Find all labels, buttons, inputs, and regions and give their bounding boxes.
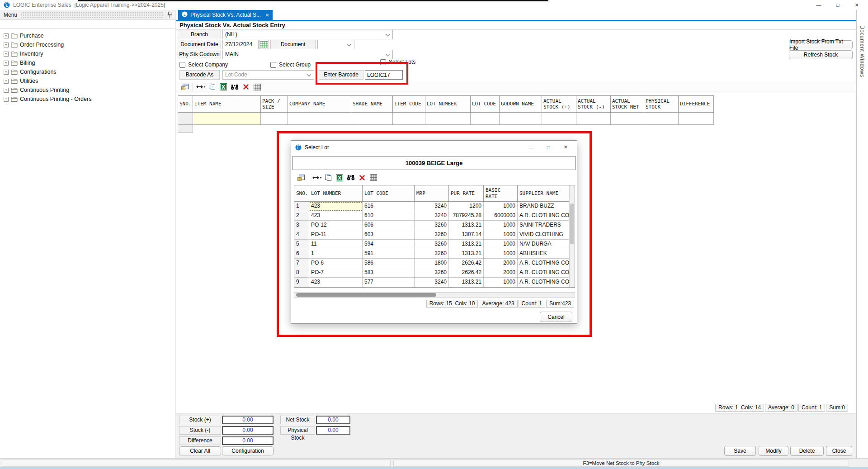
lot-row[interactable]: 51159432601313.211000NAV DURGA <box>294 240 575 249</box>
enter-barcode-input[interactable] <box>365 70 403 80</box>
grid-options-icon[interactable] <box>251 82 263 92</box>
find-icon[interactable] <box>345 173 356 183</box>
sidebar-item-utilities[interactable]: +Utilities <box>0 76 175 85</box>
copy-icon[interactable] <box>322 173 334 183</box>
expand-icon[interactable]: + <box>4 33 9 38</box>
lot-row[interactable]: 6159132601313.211000ABHISHEK <box>294 249 575 259</box>
lot-row[interactable]: 3PO-1260632601313.211000SAINI TRADERS <box>294 221 575 230</box>
column-header[interactable]: SHADE NAME <box>351 95 393 113</box>
expand-icon[interactable]: + <box>4 88 9 93</box>
folder-icon <box>11 42 18 48</box>
grid-options-icon[interactable] <box>368 173 379 183</box>
document-date-field[interactable]: 27/12/2024 <box>222 40 259 49</box>
form-icon[interactable] <box>179 82 191 92</box>
expand-icon[interactable]: + <box>4 97 9 102</box>
resize-columns-icon[interactable] <box>195 82 206 92</box>
select-lots-checkbox-row[interactable]: Select Lots <box>380 58 415 66</box>
select-company-checkbox[interactable] <box>179 62 185 68</box>
document-number-select[interactable] <box>317 40 354 49</box>
lot-cell: 1000 <box>484 249 518 259</box>
expand-icon[interactable]: + <box>4 79 9 84</box>
lot-row[interactable]: 8PO-758332602626.422000A.R. CLOTHING CO. <box>294 268 575 278</box>
lot-column-header[interactable]: LOT NUMBER <box>309 185 363 202</box>
lot-column-header[interactable]: SNO. <box>294 185 309 202</box>
cancel-button[interactable]: Cancel <box>540 312 572 322</box>
lot-column-header[interactable]: LOT CODE <box>363 185 415 202</box>
grid-cell[interactable] <box>193 113 261 125</box>
window-maximize-button[interactable]: □ <box>828 0 847 10</box>
close-button[interactable]: Close <box>826 446 852 456</box>
column-header[interactable]: COMPANY NAME <box>288 95 351 113</box>
expand-icon[interactable]: + <box>4 61 9 66</box>
barcode-as-select[interactable]: Lot Code <box>222 70 314 80</box>
find-icon[interactable] <box>229 82 240 92</box>
horizontal-scrollbar-thumb[interactable] <box>296 293 436 297</box>
resize-columns-icon[interactable] <box>311 173 322 183</box>
horizontal-scrollbar[interactable] <box>294 292 575 298</box>
lot-column-header[interactable]: PUR RATE <box>449 185 484 202</box>
window-minimize-button[interactable]: — <box>809 0 828 10</box>
select-lots-checkbox[interactable] <box>380 59 386 65</box>
column-header[interactable]: GODOWN NAME <box>500 95 542 113</box>
dialog-minimize-button[interactable]: — <box>523 141 540 154</box>
calendar-icon[interactable] <box>259 40 269 49</box>
clear-all-button[interactable]: Clear All <box>179 446 221 455</box>
configuration-button[interactable]: Configuration <box>222 446 274 455</box>
column-header[interactable]: ACTUAL STOCK (-) <box>576 95 611 113</box>
modify-button[interactable]: Modify <box>759 446 788 456</box>
sidebar-item-configurations[interactable]: +Configurations <box>0 67 175 76</box>
sidebar-item-purchase[interactable]: +Purchase <box>0 31 175 40</box>
select-group-checkbox-row[interactable]: Select Group <box>270 61 311 68</box>
select-group-checkbox[interactable] <box>270 62 276 68</box>
lot-row[interactable]: 1423616324012001000BRAND BUZZ <box>294 202 575 211</box>
column-header[interactable]: SNO. <box>178 95 193 113</box>
vertical-scrollbar-thumb[interactable] <box>570 204 574 244</box>
sidebar-item-order-processing[interactable]: +Order Processing <box>0 40 175 49</box>
refresh-stock-button[interactable]: Refresh Stock <box>789 50 853 59</box>
document-windows-tab[interactable]: Document Windows <box>859 25 865 77</box>
dialog-maximize-button[interactable]: □ <box>540 141 557 154</box>
pin-icon[interactable] <box>167 11 172 18</box>
dialog-close-button[interactable]: ✕ <box>557 141 574 154</box>
column-header[interactable]: PACK / SIZE <box>261 95 288 113</box>
lot-column-header[interactable]: MRP <box>415 185 449 202</box>
column-header[interactable]: ACTUAL STOCK NET <box>611 95 644 113</box>
sidebar-item-continuous-printing-orders[interactable]: +Continuous Printing - Orders <box>0 95 175 104</box>
delete-button[interactable]: Delete <box>790 446 824 456</box>
godown-select[interactable]: MAIN <box>222 50 393 59</box>
save-button[interactable]: Save <box>724 446 756 456</box>
window-close-button[interactable]: ✕ <box>847 0 866 10</box>
form-icon[interactable] <box>296 173 307 183</box>
column-header[interactable]: PHYSICAL STOCK <box>644 95 679 113</box>
column-header[interactable]: LOT CODE <box>471 95 500 113</box>
delete-row-icon[interactable] <box>240 82 251 92</box>
lot-column-header[interactable]: SUPPLIER NAME <box>518 185 569 202</box>
sidebar-item-continuous-printing[interactable]: +Continuous Printing <box>0 85 175 95</box>
lot-row[interactable]: 242361032407879245.286000000A.R. CLOTHIN… <box>294 211 575 221</box>
lot-row[interactable]: 4PO-1160332601307.141000VIVID CLOTHING <box>294 230 575 240</box>
sidebar-item-billing[interactable]: +Billing <box>0 58 175 67</box>
column-header[interactable]: DIFFERENCE <box>679 95 714 113</box>
vertical-scrollbar[interactable] <box>569 185 575 287</box>
tab-physical-stock[interactable]: L Physical Stock Vs. Actual S... ✕ <box>178 10 273 20</box>
excel-export-icon[interactable]: X <box>334 173 345 183</box>
select-company-checkbox-row[interactable]: Select Company <box>179 61 228 68</box>
column-header[interactable]: ITEM NAME <box>193 95 261 113</box>
lot-column-header[interactable]: BASIC RATE <box>484 185 518 202</box>
dialog-titlebar[interactable]: L Select Lot — □ ✕ <box>291 141 577 154</box>
copy-icon[interactable] <box>206 82 217 92</box>
lot-row[interactable]: 942357732401313.211000A.R. CLOTHING CO. <box>294 278 575 287</box>
delete-row-icon[interactable] <box>356 173 368 183</box>
branch-select[interactable]: (NIL) <box>222 30 393 39</box>
column-header[interactable]: ITEM CODE <box>393 95 425 113</box>
import-stock-button[interactable]: Import Stock From Txt File <box>789 40 853 49</box>
expand-icon[interactable]: + <box>4 70 9 75</box>
column-header[interactable]: ACTUAL STOCK (+) <box>542 95 576 113</box>
tab-close-icon[interactable]: ✕ <box>265 13 269 18</box>
sidebar-item-inventory[interactable]: +Inventory <box>0 49 175 58</box>
lot-row[interactable]: 7PO-658618002626.422000A.R. CLOTHING CO. <box>294 259 575 268</box>
expand-icon[interactable]: + <box>4 43 9 47</box>
expand-icon[interactable]: + <box>4 52 9 57</box>
excel-export-icon[interactable]: X <box>217 82 229 92</box>
column-header[interactable]: LOT NUMBER <box>425 95 471 113</box>
